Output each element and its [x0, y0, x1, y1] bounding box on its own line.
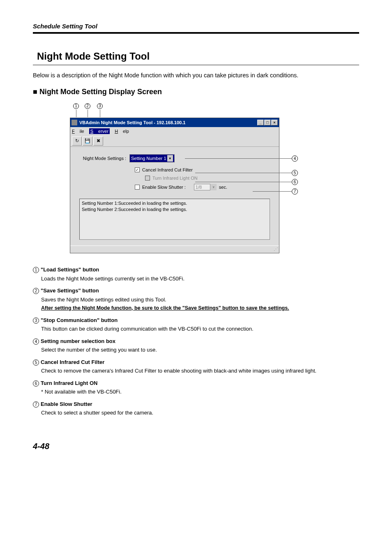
load-settings-button[interactable]: ↻ [72, 137, 82, 146]
menu-file[interactable]: File [72, 129, 84, 134]
marker-6: 6 [195, 179, 298, 185]
app-icon [71, 120, 77, 125]
cancel-ir-label: Cancel Infrared Cut Filter [142, 167, 193, 172]
statusbar: ⋰ [70, 246, 279, 253]
resize-grip-icon: ⋰ [274, 247, 278, 252]
subsection-title: Night Mode Setting Display Screen [33, 88, 359, 96]
turn-ir-checkbox [145, 176, 150, 181]
screenshot-container: 1 2 3 VBAdmin Night Mode Setting Tool - … [70, 103, 325, 253]
settings-label: Night Mode Settings : [79, 156, 129, 161]
chevron-down-icon: ▼ [167, 155, 173, 162]
desc-item-7: 7Enable Slow Shutter Check to select a s… [33, 400, 359, 417]
desc-item-4: 4Setting number selection box Select the… [33, 337, 359, 354]
desc-item-6: 6Turn Infrared Light ON * Not available … [33, 379, 359, 396]
marker-5: 5 [195, 170, 298, 176]
content-area: Night Mode Settings : Setting Number 1 ▼… [70, 147, 279, 246]
marker-1: 1 [73, 103, 79, 117]
page-header: Schedule Setting Tool [33, 23, 359, 34]
toolbar: ↻ 💾 ✖ [70, 135, 279, 147]
app-window: VBAdmin Night Mode Setting Tool - 192.16… [70, 118, 279, 253]
maximize-button[interactable]: □ [264, 120, 271, 125]
log-line: Setting Number 2:Succeeded in loading th… [82, 206, 267, 213]
window-title: VBAdmin Night Mode Setting Tool - 192.16… [79, 120, 257, 125]
setting-number-select[interactable]: Setting Number 1 ▼ [129, 154, 175, 162]
close-button[interactable]: × [271, 120, 278, 125]
turn-ir-label: Turn Infrared Light ON [152, 176, 198, 181]
page-number: 4-48 [33, 442, 359, 451]
cancel-ir-checkbox[interactable]: ✓ [135, 167, 140, 172]
menu-server[interactable]: Server [89, 128, 110, 134]
section-title: Night Mode Setting Tool [33, 49, 359, 65]
setting-number-value: Setting Number 1 [131, 156, 166, 161]
intro-text: Below is a description of the Night Mode… [33, 72, 359, 79]
top-markers: 1 2 3 [71, 103, 325, 118]
marker-3: 3 [97, 103, 103, 117]
titlebar: VBAdmin Night Mode Setting Tool - 192.16… [70, 118, 279, 127]
desc-item-3: 3"Stop Communication" button This button… [33, 316, 359, 333]
slow-shutter-unit: sec. [219, 185, 227, 190]
save-settings-button[interactable]: 💾 [83, 137, 92, 146]
log-line: Setting Number 1:Succeeded in loading th… [82, 200, 267, 206]
minimize-button[interactable]: _ [257, 120, 264, 125]
log-box: Setting Number 1:Succeeded in loading th… [79, 199, 270, 240]
marker-2: 2 [85, 103, 90, 117]
desc-item-5: 5Cancel Infrared Cut Filter Check to rem… [33, 358, 359, 375]
stop-comm-button[interactable]: ✖ [93, 137, 103, 146]
desc-item-2: 2"Save Settings" button Saves the Night … [33, 287, 359, 312]
description-list: 1"Load Settings" button Loads the Night … [33, 266, 359, 417]
marker-4: 4 [185, 155, 298, 162]
slow-shutter-checkbox[interactable] [135, 185, 140, 190]
menu-help[interactable]: Help [115, 129, 129, 134]
menubar: File Server Help [70, 127, 279, 135]
slow-shutter-label: Enable Slow Shutter : [142, 185, 186, 190]
desc-item-1: 1"Load Settings" button Loads the Night … [33, 266, 359, 283]
marker-7: 7 [253, 188, 298, 195]
